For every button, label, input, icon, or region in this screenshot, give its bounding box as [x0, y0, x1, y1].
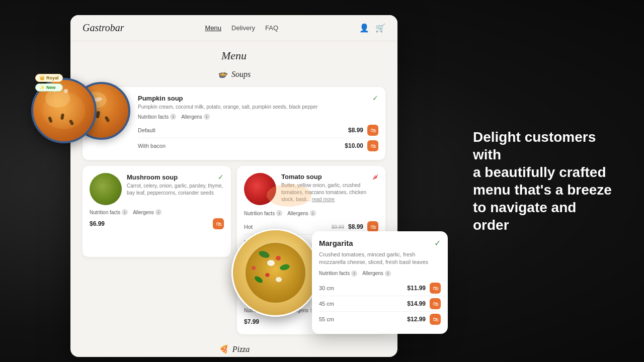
margarita-vegan-icon: ✓: [434, 238, 441, 248]
tomato-title-row: Tomato soup 🌶: [281, 173, 378, 180]
pizza-title: Pizza: [232, 345, 250, 354]
nav-delivery[interactable]: Delivery: [231, 24, 255, 32]
margarita-nutrition-row: Nutrition facts i Allergens i: [319, 270, 441, 277]
pumpkin-default-label: Default: [138, 127, 155, 133]
mushroom-nutrition[interactable]: Nutrition facts i: [90, 209, 128, 215]
margarita-30-price-row: $11.99 🛍: [407, 283, 441, 294]
nav-icons: 👤 🛒: [359, 23, 385, 33]
mushroom-card-info: Mushroom soup ✓ Carrot, celery, onion, g…: [127, 173, 224, 200]
tomato-hot-icon: 🌶: [372, 173, 378, 180]
mushroom-vegan-icon: ✓: [218, 173, 224, 181]
tagline: Delight customers with a beautifully cra…: [473, 128, 614, 234]
margarita-30-price: $11.99: [407, 285, 426, 292]
mushroom-price-row: $6.99 🛍: [90, 218, 224, 229]
navbar: Gastrobar Menu Delivery FAQ 👤 🛒: [70, 15, 397, 41]
margarita-30-cart-btn[interactable]: 🛍: [430, 283, 441, 294]
main-wrapper: 👑 Royal ✨ New Gastrobar Menu Delivery FA…: [0, 0, 644, 362]
pumpkin-allergens-info: i: [204, 114, 210, 120]
logo: Gastrobar: [83, 22, 124, 34]
tomato-soup-image: [244, 173, 276, 205]
tomato-hot-label: Hot: [244, 224, 253, 230]
margarita-55-price-row: $12.99 🛍: [407, 314, 441, 325]
tomato-hot-price-row: $9.99 $8.99 🛍: [332, 221, 378, 232]
pumpkin-allergens[interactable]: Allergens i: [181, 114, 210, 120]
mushroom-allergens-info: i: [155, 209, 162, 215]
mushroom-soup-title: Mushroom soup: [127, 173, 178, 181]
pumpkin-soup-desc: Pumpkin cream, coconut milk, potato, ora…: [138, 104, 378, 111]
pumpkin-bacon-price: $10.00: [345, 142, 363, 149]
tomato-hot-price: $8.99: [348, 223, 363, 230]
cart-icon[interactable]: 🛒: [375, 23, 385, 33]
nav-links: Menu Delivery FAQ: [205, 24, 279, 32]
margarita-45-price: $14.99: [407, 300, 426, 307]
margarita-nutrition-info: i: [351, 270, 357, 277]
tomato-allergens-info: i: [310, 210, 316, 216]
pumpkin-bacon-label: With bacon: [138, 143, 166, 149]
margarita-allergens[interactable]: Allergens i: [362, 270, 391, 277]
mushroom-allergens[interactable]: Allergens i: [133, 209, 162, 215]
floating-pumpkin-bowl: 👑 Royal ✨ New: [31, 78, 97, 143]
pumpkin-bacon-price-row: $10.00 🛍: [345, 140, 378, 151]
pumpkin-default-price-row: $8.99 🛍: [348, 125, 378, 136]
pumpkin-default-cart-btn[interactable]: 🛍: [367, 125, 378, 136]
tomato-allergens[interactable]: Allergens i: [287, 210, 316, 216]
pumpkin-variant-bacon: With bacon $10.00 🛍: [138, 138, 378, 153]
pumpkin-nutrition-row: Nutrition facts i Allergens i: [138, 114, 378, 120]
mushroom-soup-card: Mushroom soup ✓ Carrot, celery, onion, g…: [83, 166, 231, 257]
margarita-expanded-card: Margarita ✓ Crushed tomatoes, minced gar…: [312, 231, 448, 334]
tomato-nutrition-info: i: [276, 210, 282, 216]
pumpkin-bacon-cart-btn[interactable]: 🛍: [367, 140, 378, 151]
margarita-55-label: 55 cm: [319, 316, 334, 322]
mushroom-soup-desc: Carrot, celery, onion, garlic, parsley, …: [127, 183, 224, 197]
margarita-45-price-row: $14.99 🛍: [407, 298, 441, 309]
pizza-section-title: 🍕 Pizza: [83, 344, 385, 354]
margarita-45-cart-btn[interactable]: 🛍: [430, 298, 441, 309]
pizza-emoji: 🍕: [218, 344, 228, 354]
nav-menu[interactable]: Menu: [205, 24, 222, 32]
mushroom-soup-image: [90, 173, 122, 205]
tomato-hot-cart-btn[interactable]: 🛍: [367, 221, 378, 232]
page-title: Menu: [83, 49, 385, 62]
pumpkin-soup-card: Pumpkin soup ✓ Pumpkin cream, coconut mi…: [83, 87, 385, 160]
tomato-card-header: Tomato soup 🌶 Butter, yellow onion, garl…: [244, 173, 378, 206]
pumpkin-default-price: $8.99: [348, 127, 363, 134]
nav-faq[interactable]: FAQ: [265, 24, 278, 32]
pumpkin-variant-default: Default $8.99 🛍: [138, 123, 378, 138]
borscht-price: $7.99: [244, 318, 259, 325]
tagline-text: Delight customers with a beautifully cra…: [473, 128, 614, 234]
margarita-55-price: $12.99: [407, 316, 426, 323]
tomato-nutrition[interactable]: Nutrition facts i: [244, 210, 282, 216]
tomato-hot-original: $9.99: [332, 224, 344, 230]
mushroom-nutrition-info: i: [122, 209, 128, 215]
margarita-30-label: 30 cm: [319, 285, 334, 291]
mushroom-cart-btn[interactable]: 🛍: [213, 218, 224, 229]
pumpkin-vegan-icon: ✓: [372, 94, 378, 102]
soups-section-title: 🍲 Soups: [83, 69, 385, 79]
pumpkin-title-row: Pumpkin soup ✓: [138, 94, 378, 102]
mushroom-nutrition-row: Nutrition facts i Allergens i: [90, 209, 224, 215]
margarita-allergens-info: i: [385, 270, 391, 277]
soups-emoji: 🍲: [217, 69, 227, 79]
mushroom-price: $6.99: [90, 220, 105, 227]
margarita-nutrition[interactable]: Nutrition facts i: [319, 270, 357, 277]
margarita-45-row: 45 cm $14.99 🛍: [319, 296, 441, 312]
soups-title: Soups: [231, 70, 251, 79]
badge-new-bowl: ✨ New: [35, 83, 63, 92]
tomato-soup-title: Tomato soup: [281, 173, 322, 180]
margarita-title: Margarita: [319, 239, 353, 247]
tomato-read-more[interactable]: read more: [312, 197, 335, 202]
mushroom-title-row: Mushroom soup ✓: [127, 173, 224, 181]
margarita-55-cart-btn[interactable]: 🛍: [430, 314, 441, 325]
pumpkin-soup-title: Pumpkin soup: [138, 95, 183, 102]
margarita-45-label: 45 cm: [319, 301, 334, 307]
pumpkin-nutrition-info: i: [170, 114, 176, 120]
margarita-desc: Crushed tomatoes, minced garlic, fresh m…: [319, 251, 441, 266]
pumpkin-nutrition[interactable]: Nutrition facts i: [138, 114, 176, 120]
badge-royal-bowl: 👑 Royal: [35, 74, 63, 82]
floating-pizza-image: [231, 229, 319, 317]
margarita-55-row: 55 cm $12.99 🛍: [319, 312, 441, 327]
margarita-30-row: 30 cm $11.99 🛍: [319, 281, 441, 296]
user-icon[interactable]: 👤: [359, 23, 369, 33]
tomato-nutrition-row: Nutrition facts i Allergens i: [244, 210, 378, 216]
margarita-title-row: Margarita ✓: [319, 238, 441, 248]
